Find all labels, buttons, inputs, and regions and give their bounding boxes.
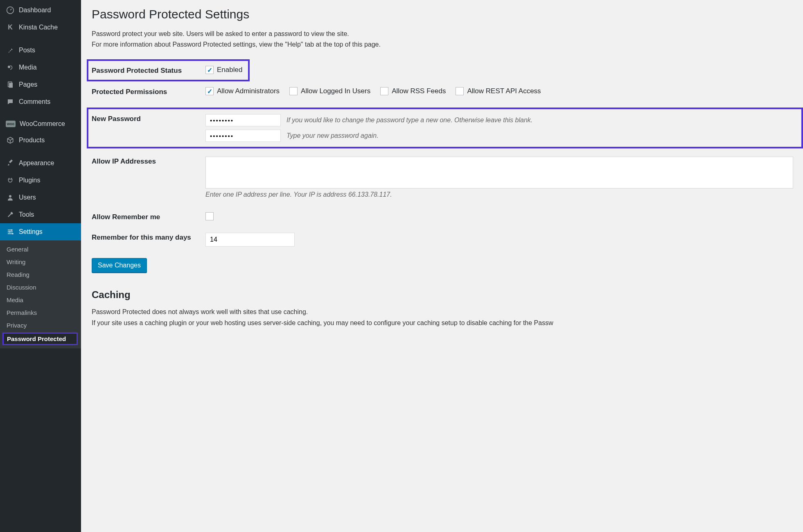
caching-line-2: If your site uses a caching plugin or yo… — [92, 317, 793, 328]
status-label: Password Protected Status — [92, 66, 205, 75]
sidebar-item-label: Kinsta Cache — [19, 24, 58, 31]
sidebar-item-label: Posts — [19, 47, 35, 54]
remember-checkbox[interactable] — [205, 212, 214, 220]
woo-icon: woo — [6, 121, 16, 127]
desc-line-2: For more information about Password Prot… — [92, 39, 793, 50]
sidebar-item-label: Media — [19, 64, 37, 71]
settings-submenu: General Writing Reading Discussion Media… — [0, 240, 81, 348]
sub-password-protected[interactable]: Password Protected — [2, 332, 78, 345]
svg-point-6 — [9, 231, 10, 233]
sidebar-item-comments[interactable]: Comments — [0, 93, 81, 110]
sidebar-item-label: Settings — [19, 228, 43, 236]
sidebar-item-label: Plugins — [19, 177, 40, 184]
caching-heading: Caching — [92, 289, 793, 301]
sidebar-item-label: Pages — [19, 81, 37, 88]
caching-line-1: Password Protected does not always work … — [92, 306, 793, 317]
allow-rest-wrap[interactable]: Allow REST API Access — [456, 87, 541, 95]
sidebar-item-products[interactable]: Products — [0, 132, 81, 149]
user-icon — [6, 193, 15, 202]
svg-point-5 — [11, 229, 12, 231]
sidebar-item-appearance[interactable]: Appearance — [0, 155, 81, 172]
svg-rect-3 — [9, 83, 13, 88]
enabled-checkbox-wrap[interactable]: Enabled — [205, 66, 242, 74]
sidebar-item-label: WooCommerce — [20, 120, 65, 128]
sidebar-item-tools[interactable]: Tools — [0, 206, 81, 223]
allow-rss-checkbox[interactable] — [380, 87, 388, 95]
sidebar-item-label: Comments — [19, 98, 50, 106]
sidebar-item-dashboard[interactable]: Dashboard — [0, 0, 81, 19]
wrench-icon — [6, 210, 15, 219]
allow-logged-checkbox[interactable] — [289, 87, 298, 95]
allow-admins-label: Allow Administrators — [217, 87, 280, 95]
sub-general[interactable]: General — [0, 243, 81, 256]
new-password-label: New Password — [92, 114, 205, 123]
sub-media[interactable]: Media — [0, 294, 81, 306]
sliders-icon — [6, 227, 15, 236]
caching-body: Password Protected does not always work … — [92, 306, 793, 328]
sidebar-item-kinsta[interactable]: K Kinsta Cache — [0, 19, 81, 36]
gauge-icon — [6, 6, 15, 15]
sidebar-item-label: Products — [19, 137, 45, 144]
sub-reading[interactable]: Reading — [0, 268, 81, 281]
remember-days-input[interactable] — [205, 233, 295, 247]
desc-line-1: Password protect your web site. Users wi… — [92, 29, 793, 39]
sidebar-item-settings[interactable]: Settings — [0, 223, 81, 240]
save-button[interactable]: Save Changes — [92, 258, 147, 273]
comment-icon — [6, 97, 15, 106]
allow-logged-label: Allow Logged In Users — [301, 87, 370, 95]
remember-days-label: Remember for this many days — [92, 233, 205, 242]
sidebar-item-label: Tools — [19, 211, 34, 218]
enabled-label: Enabled — [217, 66, 242, 74]
new-password-input[interactable] — [205, 114, 281, 126]
box-icon — [6, 136, 15, 145]
sidebar-item-users[interactable]: Users — [0, 189, 81, 206]
enabled-checkbox[interactable] — [205, 66, 214, 74]
allow-rss-wrap[interactable]: Allow RSS Feeds — [380, 87, 446, 95]
sidebar-item-woocommerce[interactable]: woo WooCommerce — [0, 116, 81, 132]
allow-admins-wrap[interactable]: Allow Administrators — [205, 87, 280, 95]
sidebar-item-posts[interactable]: Posts — [0, 42, 81, 59]
confirm-password-input[interactable] — [205, 130, 281, 142]
sidebar-item-media[interactable]: Media — [0, 59, 81, 76]
plug-icon — [6, 176, 15, 185]
svg-point-4 — [9, 195, 11, 198]
remember-label: Allow Remember me — [92, 212, 205, 221]
ip-addresses-textarea[interactable] — [205, 157, 793, 189]
brush-icon — [6, 159, 15, 168]
main-content: Password Protected Settings Password pro… — [81, 0, 803, 532]
allow-rest-label: Allow REST API Access — [467, 87, 541, 95]
media-icon — [6, 63, 15, 72]
admin-sidebar: Dashboard K Kinsta Cache Posts Media Pag… — [0, 0, 81, 532]
sidebar-item-plugins[interactable]: Plugins — [0, 172, 81, 189]
svg-point-1 — [8, 66, 10, 68]
sidebar-item-pages[interactable]: Pages — [0, 76, 81, 93]
sidebar-item-label: Dashboard — [19, 7, 51, 14]
password-hint-1: If you would like to change the password… — [286, 117, 532, 124]
page-title: Password Protected Settings — [92, 7, 793, 21]
sidebar-item-label: Appearance — [19, 159, 54, 167]
sub-discussion[interactable]: Discussion — [0, 281, 81, 294]
permissions-label: Protected Permissions — [92, 87, 205, 96]
pages-icon — [6, 80, 15, 89]
allow-logged-wrap[interactable]: Allow Logged In Users — [289, 87, 370, 95]
pin-icon — [6, 46, 15, 55]
allow-rest-checkbox[interactable] — [456, 87, 464, 95]
page-description: Password protect your web site. Users wi… — [92, 29, 793, 49]
sub-permalinks[interactable]: Permalinks — [0, 306, 81, 319]
sub-privacy[interactable]: Privacy — [0, 319, 81, 332]
allow-rss-label: Allow RSS Feeds — [392, 87, 446, 95]
kinsta-icon: K — [6, 23, 15, 32]
sub-writing[interactable]: Writing — [0, 256, 81, 268]
allow-ip-label: Allow IP Addresses — [92, 157, 205, 166]
password-hint-2: Type your new password again. — [286, 132, 379, 139]
ip-hint: Enter one IP address per line. Your IP i… — [205, 191, 793, 198]
sidebar-item-label: Users — [19, 194, 36, 201]
allow-admins-checkbox[interactable] — [205, 87, 214, 95]
svg-point-7 — [12, 233, 14, 234]
